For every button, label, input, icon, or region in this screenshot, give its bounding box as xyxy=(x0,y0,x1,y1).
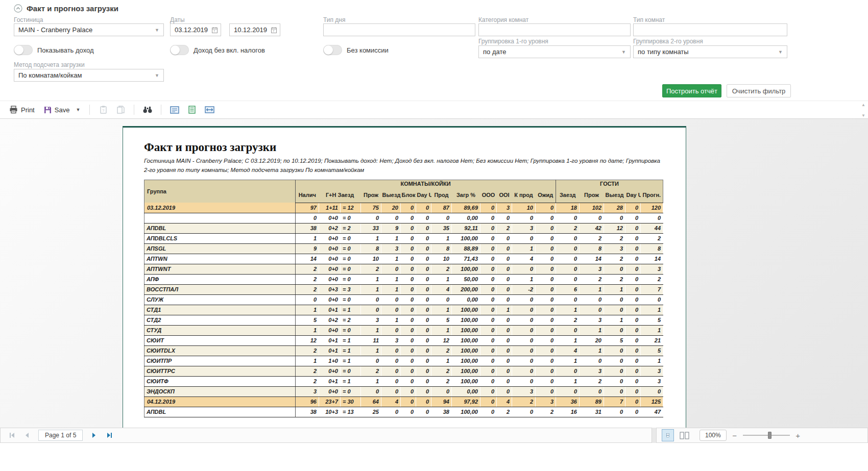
view-single-page-button[interactable] xyxy=(168,104,181,115)
toolbar-scrollbar[interactable]: ▲ ▼ xyxy=(860,103,867,118)
cell: 0 xyxy=(497,284,512,294)
cell: 0+0 xyxy=(319,233,341,243)
cell: 0 xyxy=(401,407,416,417)
last-page-button[interactable] xyxy=(103,430,115,441)
fit-width-icon xyxy=(205,106,214,113)
save-button[interactable]: Save ▼ xyxy=(42,105,83,115)
cell: 1 xyxy=(431,274,452,284)
room-type-label: Тип комнат xyxy=(633,16,665,23)
table-row: 03.12.2019971+11= 127520008789,690310018… xyxy=(144,203,663,213)
cell: 0 xyxy=(536,315,556,325)
header-cell: Прож xyxy=(580,187,604,203)
cell: 0 xyxy=(401,233,416,243)
cell: 0 xyxy=(401,305,416,315)
cell: 0 xyxy=(497,233,512,243)
first-page-button[interactable] xyxy=(6,430,18,441)
cell: 38 xyxy=(431,407,452,417)
cell: 0 xyxy=(401,213,416,223)
print-button[interactable]: Print xyxy=(7,104,37,115)
cell: 12 xyxy=(604,223,625,233)
build-report-button[interactable]: Построить отчёт xyxy=(662,84,721,97)
view-mode-continuous-button[interactable] xyxy=(662,429,674,441)
header-cell: Загр % xyxy=(452,187,480,203)
table-row: СЮИТDLX20+1= 110002100,00000041005 xyxy=(144,345,663,356)
cell: 0 xyxy=(604,325,625,335)
cell: 100,00 xyxy=(452,325,480,335)
zoom-in-button[interactable]: + xyxy=(794,431,802,440)
toggle-income-no-tax-switch[interactable] xyxy=(170,45,189,55)
group-cell: ВОССТПАЛ xyxy=(144,284,296,294)
printer-icon xyxy=(9,106,18,114)
cell: 0 xyxy=(556,294,580,305)
room-category-input[interactable] xyxy=(478,23,631,36)
cell: 0 xyxy=(480,376,497,386)
cell: 0 xyxy=(416,274,431,284)
group-cell: АПSGL xyxy=(144,243,296,254)
cell: 94 xyxy=(431,396,452,407)
view-continuous-button[interactable] xyxy=(186,104,198,115)
svg-text:7: 7 xyxy=(213,30,215,33)
cell: 4 xyxy=(381,396,401,407)
zoom-slider-handle[interactable] xyxy=(768,432,771,439)
zoom-slider[interactable] xyxy=(743,432,790,439)
table-row: СЮИТТРС20+0= 020002100,00000003003 xyxy=(144,366,663,376)
header-cell: Налич xyxy=(296,187,319,203)
cell: 0 xyxy=(625,203,641,213)
cell: 0 xyxy=(381,264,401,274)
group2-select[interactable]: по типу комнаты ▼ xyxy=(633,45,787,58)
toggle-no-commission-switch[interactable] xyxy=(323,45,342,55)
hotel-select[interactable]: MAIN - Cranberry Palace ▼ xyxy=(14,23,164,36)
cell: 100,00 xyxy=(452,315,480,325)
cell: 7 xyxy=(641,284,663,294)
header-cell: Группа xyxy=(144,180,296,203)
zoom-out-button[interactable]: − xyxy=(731,431,739,440)
next-page-button[interactable] xyxy=(88,430,100,441)
cell: 0 xyxy=(625,335,641,345)
cell: 0 xyxy=(416,376,431,386)
group-cell: СЮИТПР xyxy=(144,356,296,366)
cell: 0 xyxy=(381,407,401,417)
toggle-show-income-switch[interactable] xyxy=(14,45,33,55)
cell: 47 xyxy=(641,407,663,417)
cell: 5 xyxy=(296,315,319,325)
cell: 0 xyxy=(401,396,416,407)
method-select[interactable]: По комнатам/койкам ▼ xyxy=(14,69,164,82)
collapse-panel-icon[interactable] xyxy=(14,4,22,13)
room-type-input[interactable] xyxy=(633,23,787,36)
save-dropdown-caret-icon[interactable]: ▼ xyxy=(76,107,80,112)
header-cell: Прогн. xyxy=(641,187,663,203)
cell: 0 xyxy=(401,376,416,386)
cell: -2 xyxy=(512,284,536,294)
cell: 0 xyxy=(556,254,580,264)
cell: 0 xyxy=(401,223,416,233)
day-type-input[interactable] xyxy=(323,23,475,36)
clear-filter-button[interactable]: Очистить фильтр xyxy=(727,84,791,97)
cell: 0 xyxy=(480,335,497,345)
cell: 0 xyxy=(480,345,497,356)
toolbar-separator xyxy=(134,105,134,115)
cell: 0+0 xyxy=(319,213,341,223)
view-mode-facing-button[interactable] xyxy=(678,429,690,441)
copy-disabled-button xyxy=(114,104,127,115)
cell: 0 xyxy=(480,233,497,243)
view-fit-width-button[interactable] xyxy=(203,104,215,115)
cell: 0 xyxy=(381,213,401,223)
cell: 0,00 xyxy=(452,294,480,305)
table-row: АПDBLCLS10+0= 011001100,00000002202 xyxy=(144,233,663,243)
cell: 8 xyxy=(580,243,604,254)
date-from-input[interactable]: 03.12.2019 7 xyxy=(170,23,221,36)
cell: 5 xyxy=(641,345,663,356)
cell: 3 xyxy=(296,386,319,396)
date-to-input[interactable]: 10.12.2019 7 xyxy=(229,23,280,36)
cell: 0 xyxy=(536,335,556,345)
header-cell: Блок xyxy=(401,187,416,203)
toggle-no-commission: Без комиссии xyxy=(323,45,389,55)
cell: 1 xyxy=(556,356,580,366)
cell: 71,43 xyxy=(452,254,480,264)
header-group-cell: КОМНАТЫ/КОЙКИ xyxy=(296,180,556,187)
find-button[interactable] xyxy=(141,104,154,115)
prev-page-button[interactable] xyxy=(21,430,33,441)
group-cell: 03.12.2019 xyxy=(144,203,296,213)
date-to-value: 10.12.2019 xyxy=(234,26,267,34)
group1-select[interactable]: по дате ▼ xyxy=(478,45,631,58)
